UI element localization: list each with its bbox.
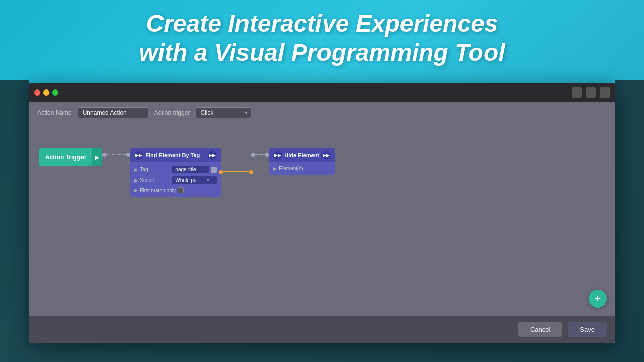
add-button[interactable]: + (589, 290, 607, 308)
action-trigger-select[interactable]: Click Hover Load Scroll (196, 107, 251, 118)
window-close-dot[interactable] (34, 89, 40, 96)
find-input-connector: ▶▶ (134, 151, 143, 160)
bottom-chrome (0, 343, 644, 362)
conn-dot-3 (251, 153, 255, 157)
trigger-output-connector[interactable]: ▶ (92, 148, 102, 166)
action-trigger-node: Action Trigger ▶ (39, 148, 102, 166)
save-button[interactable]: Save (568, 322, 607, 337)
hide-node-header: ▶▶ Hide Element ▶▶ (269, 148, 335, 162)
tag-label: Tag (140, 167, 170, 172)
action-name-label: Action Name (37, 109, 72, 116)
conn-to-hide (251, 153, 269, 157)
window-minimize-dot[interactable] (43, 89, 49, 96)
app-window: Action Name Action trigger Click Hover L… (29, 83, 615, 343)
tag-output-port[interactable] (211, 167, 217, 173)
conn-trigger-to-find (102, 153, 130, 157)
firstmatch-checkbox[interactable] (178, 187, 184, 193)
find-node-title: Find Element By Tag (145, 152, 206, 158)
conn-dash-2 (255, 154, 265, 155)
scope-select[interactable]: Whole pa... (172, 176, 217, 184)
sidebar-left (0, 80, 29, 343)
conn-dot-2 (126, 153, 130, 157)
topbar-icons (572, 87, 610, 98)
cancel-button[interactable]: Cancel (518, 322, 562, 337)
action-trigger-label: Action trigger (154, 109, 190, 116)
action-name-input[interactable] (78, 107, 148, 118)
orange-wire (221, 171, 251, 172)
find-output-connector[interactable]: ▶▶ (208, 151, 217, 160)
sidebar-right (615, 80, 644, 343)
elements-arrow: ▶ (273, 166, 277, 171)
topbar-icon-2[interactable] (586, 87, 596, 98)
canvas-area[interactable]: Action Trigger ▶ ▶▶ Find Element By Tag … (29, 123, 615, 316)
hide-element-node: ▶▶ Hide Element ▶▶ ▶ Element(s) (269, 148, 335, 175)
action-header: Action Name Action trigger Click Hover L… (29, 102, 615, 123)
tag-value[interactable]: page-title (172, 166, 209, 173)
scope-arrow: ▶ (134, 178, 138, 183)
hide-elements-row: ▶ Element(s) (269, 164, 335, 173)
conn-dot-4 (265, 153, 269, 157)
firstmatch-label: First match only (140, 188, 176, 193)
find-element-node: ▶▶ Find Element By Tag ▶▶ ▶ Tag page-tit… (130, 148, 221, 197)
tag-arrow: ▶ (134, 167, 138, 172)
find-tag-row: ▶ Tag page-title (130, 164, 221, 175)
find-node-body: ▶ Tag page-title ▶ Scope Whole pa... (130, 162, 221, 197)
trigger-select-wrapper: Click Hover Load Scroll (196, 107, 251, 118)
bottom-bar: Cancel Save (29, 316, 615, 343)
elements-label: Element(s) (279, 166, 309, 171)
find-scope-row: ▶ Scope Whole pa... (130, 175, 221, 186)
find-node-header: ▶▶ Find Element By Tag ▶▶ (130, 148, 221, 162)
hide-output-connector[interactable]: ▶▶ (321, 151, 331, 160)
window-topbar (29, 83, 615, 102)
hide-node-body: ▶ Element(s) (269, 162, 335, 175)
node-flow: Action Trigger ▶ ▶▶ Find Element By Tag … (39, 148, 335, 197)
hide-input-connector: ▶▶ (273, 151, 282, 160)
topbar-icon-3[interactable] (600, 87, 610, 98)
hide-node-title: Hide Element (284, 152, 319, 158)
find-firstmatch-row: ▶ First match only (130, 186, 221, 195)
window-maximize-dot[interactable] (52, 89, 58, 96)
firstmatch-arrow: ▶ (134, 188, 138, 193)
conn-find-to-hide (221, 153, 251, 172)
action-editor: Action Name Action trigger Click Hover L… (29, 102, 615, 343)
topbar-icon-1[interactable] (572, 87, 582, 98)
conn-dot-1 (102, 153, 106, 157)
conn-dash-1 (106, 154, 126, 155)
scope-label: Scope (140, 177, 170, 183)
trigger-node-label: Action Trigger (39, 150, 92, 165)
